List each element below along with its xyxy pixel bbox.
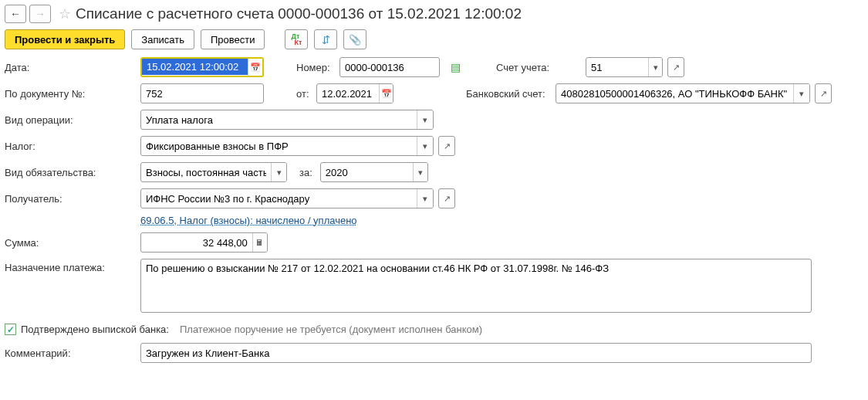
- recipient-field[interactable]: ▾: [140, 188, 434, 208]
- chevron-down-icon[interactable]: ▾: [417, 137, 433, 155]
- save-button[interactable]: Записать: [131, 29, 194, 49]
- tax-label: Налог:: [5, 141, 136, 152]
- bank-account-field[interactable]: ▾: [556, 83, 810, 103]
- post-button[interactable]: Провести: [201, 29, 265, 49]
- date-field[interactable]: 📅: [140, 57, 264, 77]
- confirmed-checkbox[interactable]: ✓: [5, 324, 16, 335]
- obligation-field[interactable]: ▾: [140, 162, 287, 182]
- bank-account-input[interactable]: [556, 84, 793, 103]
- recipient-input[interactable]: [141, 189, 417, 208]
- debit-credit-icon-button[interactable]: ДтКт: [285, 29, 308, 49]
- number-field[interactable]: [339, 57, 440, 77]
- account-field[interactable]: ▾: [586, 57, 663, 77]
- post-and-close-button[interactable]: Провести и закрыть: [5, 29, 125, 49]
- tax-field[interactable]: ▾: [140, 136, 434, 156]
- chevron-down-icon[interactable]: ▾: [417, 189, 433, 208]
- related-docs-icon-button[interactable]: ⇵: [314, 29, 337, 49]
- chevron-down-icon[interactable]: ▾: [793, 84, 809, 103]
- doc-from-label: от:: [296, 88, 312, 100]
- obligation-input[interactable]: [141, 163, 271, 181]
- account-label: Счет учета:: [496, 62, 581, 73]
- kbk-link[interactable]: 69.06.5, Налог (взносы): начислено / упл…: [140, 215, 357, 226]
- account-input[interactable]: [586, 58, 648, 76]
- doc-no-input[interactable]: [141, 84, 263, 103]
- period-input[interactable]: [321, 163, 413, 181]
- sum-input[interactable]: [141, 233, 252, 252]
- chevron-down-icon[interactable]: ▾: [417, 110, 433, 129]
- chevron-down-icon[interactable]: ▾: [413, 163, 427, 181]
- obligation-label: Вид обязательства:: [5, 167, 136, 178]
- chevron-down-icon[interactable]: ▾: [271, 163, 286, 181]
- date-input[interactable]: [142, 58, 248, 75]
- calendar-icon[interactable]: 📅: [379, 84, 393, 103]
- confirmed-note: Платежное поручение не требуется (докуме…: [180, 324, 482, 335]
- favorite-star-icon[interactable]: ☆: [59, 5, 71, 22]
- date-label: Дата:: [5, 62, 136, 73]
- comment-field[interactable]: [140, 343, 812, 363]
- chevron-down-icon[interactable]: ▾: [648, 58, 662, 76]
- sum-field[interactable]: 🖩: [140, 232, 268, 253]
- operation-type-label: Вид операции:: [5, 114, 136, 126]
- open-account-icon[interactable]: ↗: [667, 57, 684, 77]
- page-title: Списание с расчетного счета 0000-000136 …: [76, 5, 522, 22]
- link-icon: ⇵: [322, 34, 330, 46]
- operation-type-input[interactable]: [141, 110, 417, 129]
- operation-type-field[interactable]: ▾: [140, 110, 434, 130]
- period-label: за:: [299, 167, 312, 178]
- open-recipient-icon[interactable]: ↗: [438, 188, 455, 208]
- status-icon[interactable]: ▤: [451, 61, 461, 73]
- open-tax-icon[interactable]: ↗: [438, 136, 455, 156]
- sum-label: Сумма:: [5, 237, 136, 249]
- doc-no-label: По документу №:: [5, 88, 136, 100]
- period-field[interactable]: ▾: [320, 162, 428, 182]
- calendar-icon[interactable]: 📅: [248, 59, 262, 76]
- purpose-label: Назначение платежа:: [5, 259, 136, 273]
- doc-from-field[interactable]: 📅: [316, 83, 393, 103]
- bank-account-label: Банковский счет:: [466, 88, 551, 100]
- calculator-icon[interactable]: 🖩: [252, 233, 267, 252]
- purpose-textarea[interactable]: [140, 259, 812, 313]
- attachment-icon-button[interactable]: 📎: [343, 29, 366, 49]
- nav-back-button[interactable]: ←: [5, 5, 26, 23]
- comment-input[interactable]: [141, 344, 811, 362]
- confirmed-label: Подтверждено выпиской банка:: [21, 324, 169, 335]
- comment-label: Комментарий:: [5, 347, 136, 359]
- paperclip-icon: 📎: [349, 34, 361, 46]
- recipient-label: Получатель:: [5, 193, 136, 205]
- tax-input[interactable]: [141, 137, 417, 155]
- nav-forward-button[interactable]: →: [29, 5, 51, 23]
- open-bank-account-icon[interactable]: ↗: [815, 83, 832, 103]
- doc-from-input[interactable]: [317, 84, 379, 103]
- number-label: Номер:: [296, 62, 335, 73]
- doc-no-field[interactable]: [140, 83, 264, 103]
- number-input[interactable]: [340, 58, 439, 76]
